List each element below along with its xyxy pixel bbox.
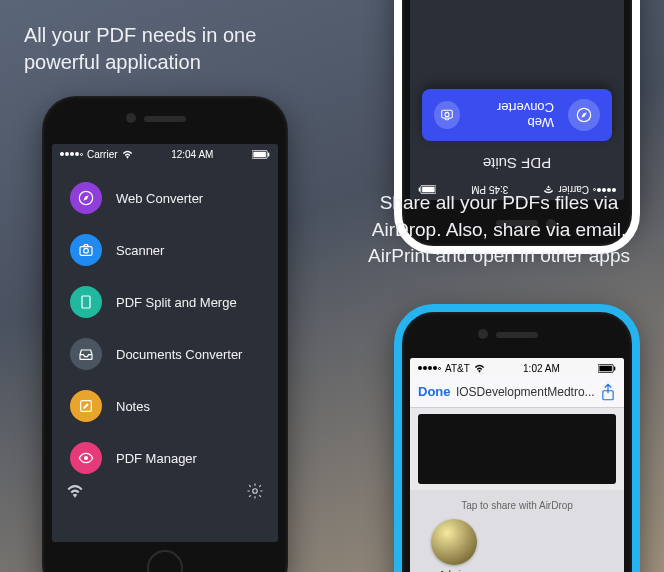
svg-point-8 [84, 456, 88, 460]
document-title: IOSDevelopmentMedtro... [456, 385, 595, 399]
wifi-icon [474, 364, 485, 373]
clock: 12:04 AM [171, 149, 213, 160]
app-title: PDF Suite [410, 141, 624, 182]
menu-item-split-merge[interactable]: PDF Split and Merge [58, 276, 272, 328]
menu-item-web-converter-expanded[interactable]: Web Converter [422, 89, 612, 141]
clock: 1:02 AM [523, 363, 560, 374]
airdrop-hint: Tap to share with AirDrop [410, 500, 624, 519]
done-button[interactable]: Done [418, 384, 451, 399]
status-bar: AT&T 1:02 AM [410, 358, 624, 376]
share-button[interactable] [600, 383, 616, 401]
menu-label: PDF Manager [116, 451, 197, 466]
airdrop-contact[interactable]: Jahaira [420, 519, 488, 572]
doc-icon [70, 286, 102, 318]
phone-mockup-bottom-right: AT&T 1:02 AM Done IOSDevelopmentMedtro..… [394, 304, 640, 572]
phone-mockup-left: Carrier 12:04 AM Web Converter [42, 96, 288, 572]
menu-item-web-converter[interactable]: Web Converter [58, 172, 272, 224]
menu-label: Web Converter [474, 100, 554, 130]
nav-bar: Done IOSDevelopmentMedtro... [410, 376, 624, 408]
carrier-label: AT&T [445, 363, 470, 374]
headline-left: All your PDF needs in one powerful appli… [0, 0, 330, 92]
status-bar: Carrier 12:04 AM [52, 144, 278, 162]
battery-icon [252, 150, 270, 159]
gear-icon[interactable] [246, 482, 264, 500]
share-icon [600, 383, 616, 401]
menu-item-scanner[interactable]: Scanner [58, 224, 272, 276]
avatar [431, 519, 477, 565]
menu-label: Scanner [116, 243, 164, 258]
svg-point-15 [445, 112, 449, 116]
battery-icon [598, 364, 616, 373]
svg-rect-18 [614, 366, 615, 370]
camera-icon [434, 101, 460, 129]
menu-label: Documents Converter [116, 347, 242, 362]
headline-right: Share all your PDFs files via AirDrop. A… [334, 190, 664, 270]
document-preview [418, 414, 616, 484]
wifi-icon [122, 150, 133, 159]
main-menu: Web Converter Scanner PDF Split and Merg… [52, 162, 278, 508]
svg-rect-1 [253, 151, 265, 157]
compass-icon [70, 182, 102, 214]
share-sheet: Tap to share with AirDrop Jahaira [410, 490, 624, 572]
inbox-icon [70, 338, 102, 370]
eye-icon [70, 442, 102, 474]
menu-item-doc-converter[interactable]: Documents Converter [58, 328, 272, 380]
menu-label: Web Converter [116, 191, 203, 206]
menu-label: Notes [116, 399, 150, 414]
svg-rect-17 [599, 365, 611, 371]
pencil-icon [70, 390, 102, 422]
menu-item-notes[interactable]: Notes [58, 380, 272, 432]
wifi-icon[interactable] [66, 484, 84, 498]
carrier-label: Carrier [87, 149, 118, 160]
svg-rect-2 [268, 152, 269, 156]
svg-rect-6 [82, 296, 90, 308]
compass-icon [568, 99, 600, 131]
camera-icon [70, 234, 102, 266]
menu-label: PDF Split and Merge [116, 295, 237, 310]
svg-point-5 [84, 248, 89, 253]
svg-point-9 [253, 489, 258, 494]
